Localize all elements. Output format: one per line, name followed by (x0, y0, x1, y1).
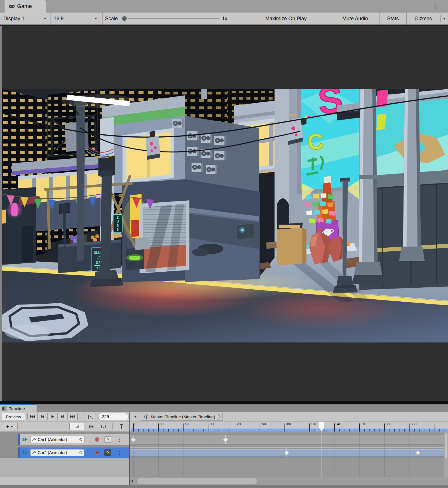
horizontal-scroll-row: ◀ (0, 477, 448, 485)
display-dropdown[interactable]: Display 1▼ (0, 13, 51, 25)
window-bottom-edge (0, 485, 448, 488)
track-header[interactable]: Car1 (Animator)⊙⋮ (18, 434, 129, 445)
previous-frame-button[interactable] (38, 413, 48, 420)
ruler-tick (379, 429, 380, 431)
ruler-tick (394, 429, 395, 431)
ruler-tick (148, 429, 149, 431)
cube-icon (144, 414, 149, 419)
maximize-on-play-button[interactable]: Maximize On Play (241, 13, 331, 25)
horizontal-scrollbar[interactable]: ◀ (130, 477, 448, 485)
track-menu-icon[interactable]: ⋮ (117, 450, 122, 456)
play-button[interactable] (48, 413, 58, 420)
stats-button[interactable]: Stats (380, 13, 407, 25)
track-lane-area[interactable] (130, 431, 444, 477)
ruler-tick (224, 429, 224, 431)
track-binding-field[interactable]: Car2 (Animator)⊙ (30, 449, 84, 456)
vertical-scrollbar-thumb[interactable] (445, 434, 447, 458)
svg-text:S: S (117, 228, 119, 231)
ruler-tick (178, 429, 179, 431)
ruler-tick (284, 424, 284, 431)
scale-slider-track[interactable] (128, 18, 219, 19)
object-picker-icon[interactable]: ⊙ (79, 437, 82, 442)
curves-toggle[interactable] (104, 436, 111, 443)
lane-gridline (133, 431, 134, 477)
ruler-tick (349, 429, 350, 431)
breadcrumb[interactable]: Master Timeline (Master Timeline) (141, 413, 223, 421)
ruler-label: 120 (235, 422, 241, 426)
ruler-tick (344, 429, 344, 431)
timeline-tabstrip: Timeline (0, 404, 448, 412)
transport-controls (27, 413, 78, 420)
marker-visibility-pin[interactable] (116, 423, 127, 430)
ruler-tick (269, 429, 269, 431)
ruler-tick (314, 429, 314, 431)
record-toggle[interactable] (95, 437, 99, 442)
preview-toggle[interactable]: Preview (2, 413, 25, 420)
ruler-tick (435, 424, 435, 431)
ruler-label: 210 (310, 422, 316, 426)
gamepad-icon (9, 4, 15, 9)
game-toolbar: Display 1▼ 16:9▼ Scale 1x Maximize On Pl… (0, 13, 448, 26)
ruler-tick (384, 424, 385, 431)
ripple-mode-button[interactable] (86, 423, 97, 430)
ruler-tick (364, 429, 365, 431)
track-menu-icon[interactable]: ⋮ (117, 437, 122, 443)
tab-game[interactable]: Game (5, 0, 46, 13)
lane-gridline (259, 431, 259, 477)
game-scene-render: S C (2, 89, 448, 342)
track-header[interactable]: Car2 (Animator)⊙⋮ (18, 447, 129, 458)
scroll-left-arrow-icon[interactable]: ◀ (131, 479, 133, 483)
next-frame-button[interactable] (58, 413, 68, 420)
svg-text:B: B (116, 224, 119, 227)
ruler-tick (183, 424, 184, 431)
pane-divider[interactable] (129, 412, 130, 485)
aspect-dropdown[interactable]: 16:9▼ (51, 13, 103, 25)
mute-audio-button[interactable]: Mute Audio (331, 13, 380, 25)
lane-gridline (234, 431, 234, 477)
scale-value: 1x (222, 13, 227, 25)
scale-slider-knob[interactable] (122, 16, 127, 21)
ruler-tick (143, 429, 144, 431)
frame-number-field[interactable]: 225 (98, 413, 128, 420)
mix-mode-button[interactable] (69, 423, 84, 430)
zubs-sign: Z U B S (113, 215, 122, 232)
ruler-tick (319, 429, 319, 431)
keyframe-diamond[interactable] (223, 437, 228, 442)
timeline-range-band (131, 428, 448, 431)
curves-toggle[interactable] (104, 449, 111, 456)
horizontal-scrollbar-thumb[interactable] (136, 478, 257, 484)
ruler-tick (404, 429, 405, 431)
kebab-menu-icon[interactable]: ⋮ (432, 1, 438, 11)
track-binding-field[interactable]: Car1 (Animator)⊙ (30, 436, 84, 443)
chevron-down-icon: ▼ (94, 17, 97, 20)
track-label: Car2 (Animator) (38, 450, 78, 455)
track-lane[interactable] (130, 447, 444, 458)
ruler-tick (439, 429, 440, 431)
object-picker-icon[interactable]: ⊙ (79, 450, 82, 455)
track-headers: Car1 (Animator)⊙⋮Car2 (Animator)⊙⋮ (0, 431, 129, 477)
record-toggle[interactable] (95, 450, 99, 455)
replace-mode-button[interactable] (98, 423, 109, 430)
ruler-tick (429, 429, 430, 431)
vertical-scrollbar[interactable] (444, 431, 448, 477)
add-track-button[interactable]: +▼ (2, 423, 18, 430)
tab-timeline[interactable]: Timeline (0, 404, 37, 412)
breadcrumb-label: Master Timeline (Master Timeline) (151, 414, 215, 419)
play-range-button[interactable] (86, 413, 96, 420)
time-ruler[interactable]: 0306090120150180210240270300330 (130, 422, 448, 431)
ruler-label: 180 (285, 422, 291, 426)
ruler-tick (158, 424, 159, 431)
goto-start-button[interactable] (28, 413, 38, 420)
game-tabstrip: Game ⋮ (0, 0, 448, 13)
playhead-line[interactable] (322, 431, 322, 477)
timeline-options-dropdown[interactable]: ▼ (131, 413, 139, 420)
ruler-tick (369, 429, 370, 431)
gizmos-dropdown[interactable]: Gizmos ▼ (407, 13, 448, 25)
ruler-tick (359, 424, 360, 431)
ruler-tick (239, 429, 239, 431)
lane-gridline (435, 431, 435, 477)
game-tab-label: Game (17, 3, 32, 9)
goto-end-button[interactable] (68, 413, 77, 420)
ruler-tick (153, 429, 154, 431)
track-lane[interactable] (130, 434, 444, 445)
